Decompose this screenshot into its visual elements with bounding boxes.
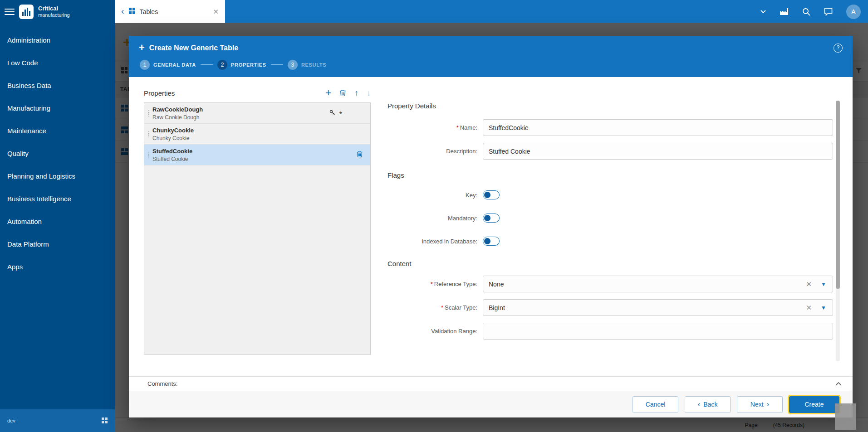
- next-button[interactable]: Next›: [737, 396, 783, 413]
- step-general-data[interactable]: 1 GENERAL DATA: [140, 60, 196, 70]
- search-icon[interactable]: [802, 8, 810, 16]
- reference-type-row: *Reference Type: None ✕ ▼: [387, 276, 833, 292]
- sidebar-item-business-intelligence[interactable]: Business Intelligence: [0, 188, 115, 210]
- topbar: ‹ Tables ✕ A: [115, 0, 868, 23]
- topbar-actions: A: [760, 5, 868, 19]
- tab-back-chevron-icon[interactable]: ‹: [121, 6, 124, 17]
- mandatory-toggle[interactable]: [483, 214, 500, 223]
- chevron-down-icon[interactable]: [760, 10, 766, 14]
- key-toggle-row: Key:: [387, 190, 833, 199]
- property-description: Stuffed Cookie: [152, 156, 366, 162]
- property-list-item[interactable]: ⋮⋮ ChunkyCookie Chunky Cookie: [144, 124, 370, 145]
- chevron-left-icon: ‹: [698, 400, 701, 409]
- required-asterisk: *: [456, 124, 459, 131]
- tab-tables[interactable]: ‹ Tables ✕: [115, 0, 225, 23]
- details-scrollbar: [836, 101, 840, 361]
- properties-list: ⋮⋮ RawCookieDough Raw Cookie Dough * ⋮⋮ …: [144, 102, 371, 355]
- validation-range-row: Validation Range:: [387, 323, 833, 340]
- create-button[interactable]: Create: [789, 396, 839, 413]
- move-up-icon[interactable]: ↑: [354, 88, 358, 98]
- clear-icon[interactable]: ✕: [801, 304, 818, 312]
- collapse-chevron-up-icon[interactable]: [835, 382, 842, 386]
- logo-text-bold: Critical: [38, 5, 70, 12]
- wizard-steps: 1 GENERAL DATA 2 PROPERTIES 3 RESULTS: [139, 60, 843, 70]
- property-details-heading: Property Details: [387, 102, 833, 110]
- sidebar-item-planning-and-logistics[interactable]: Planning and Logistics: [0, 165, 115, 188]
- name-row: *Name:: [387, 119, 833, 136]
- user-avatar[interactable]: A: [846, 5, 861, 19]
- application-window: Critical manufacturing Administration Lo…: [0, 0, 868, 432]
- reference-type-select[interactable]: None ✕ ▼: [483, 276, 833, 292]
- tab-close-icon[interactable]: ✕: [213, 8, 219, 16]
- move-down-icon[interactable]: ↓: [367, 88, 371, 98]
- property-name: StuffedCookie: [152, 148, 366, 155]
- drag-handle-icon[interactable]: ⋮⋮: [146, 132, 151, 136]
- cancel-button[interactable]: Cancel: [633, 396, 678, 413]
- property-list-item[interactable]: ⋮⋮ RawCookieDough Raw Cookie Dough *: [144, 103, 370, 124]
- description-label: Description:: [387, 148, 483, 155]
- logo-text: Critical manufacturing: [38, 5, 70, 18]
- step-connector: [201, 64, 213, 65]
- sidebar-item-low-code[interactable]: Low Code: [0, 52, 115, 74]
- scalar-type-select[interactable]: BigInt ✕ ▼: [483, 299, 833, 316]
- sidebar-item-data-platform[interactable]: Data Platform: [0, 233, 115, 256]
- step-3-circle: 3: [288, 60, 298, 70]
- property-name: ChunkyCookie: [152, 127, 366, 134]
- modal-body: Properties + ↑ ↓ ⋮⋮ RawCookieDough R: [129, 77, 853, 376]
- sidebar-header: Critical manufacturing: [0, 0, 115, 23]
- step-3-label: RESULTS: [301, 62, 326, 68]
- property-details-form: Property Details *Name: Description: Fla…: [387, 102, 833, 346]
- chevron-down-icon[interactable]: ▼: [817, 305, 833, 311]
- content-heading: Content: [387, 260, 833, 267]
- step-1-circle: 1: [140, 60, 150, 70]
- step-2-label: PROPERTIES: [231, 62, 266, 68]
- description-input[interactable]: [483, 143, 833, 160]
- required-asterisk: *: [431, 281, 433, 287]
- delete-row-trash-icon[interactable]: [356, 150, 363, 160]
- indexed-in-database-toggle[interactable]: [483, 237, 500, 246]
- clear-icon[interactable]: ✕: [801, 280, 818, 288]
- description-row: Description:: [387, 143, 833, 160]
- sidebar-item-manufacturing[interactable]: Manufacturing: [0, 97, 115, 120]
- chevron-right-icon: ›: [767, 400, 770, 409]
- property-list-item-selected[interactable]: ⋮⋮ StuffedCookie Stuffed Cookie: [144, 145, 370, 165]
- add-property-icon[interactable]: +: [325, 88, 331, 98]
- sidebar-item-quality[interactable]: Quality: [0, 142, 115, 165]
- sidebar-item-maintenance[interactable]: Maintenance: [0, 120, 115, 142]
- required-asterisk: *: [441, 304, 443, 311]
- sidebar-item-administration[interactable]: Administration: [0, 29, 115, 52]
- drag-handle-icon[interactable]: ⋮⋮: [146, 111, 151, 116]
- comments-label: Comments:: [147, 380, 177, 387]
- back-button[interactable]: ‹Back: [685, 396, 731, 413]
- validation-range-label: Validation Range:: [387, 328, 483, 335]
- validation-range-input[interactable]: [483, 323, 833, 340]
- plus-icon: +: [139, 43, 145, 53]
- properties-panel-title: Properties: [144, 89, 325, 97]
- key-toggle[interactable]: [483, 190, 500, 199]
- environment-label: dev: [7, 418, 15, 423]
- properties-toolbar: + ↑ ↓: [325, 88, 371, 98]
- sidebar-item-apps[interactable]: Apps: [0, 256, 115, 278]
- chat-icon[interactable]: [824, 8, 833, 16]
- create-generic-table-modal: + Create New Generic Table ? 1 GENERAL D…: [129, 36, 853, 417]
- modal-footer: Cancel ‹Back Next› Create: [129, 391, 853, 417]
- step-1-label: GENERAL DATA: [153, 62, 196, 68]
- sidebar-item-automation[interactable]: Automation: [0, 210, 115, 233]
- delete-property-icon[interactable]: [339, 89, 346, 97]
- sidebar-item-business-data[interactable]: Business Data: [0, 74, 115, 97]
- factory-icon[interactable]: [780, 8, 789, 15]
- mandatory-asterisk-icon: *: [339, 110, 342, 117]
- hamburger-menu-icon[interactable]: [5, 7, 15, 17]
- logo-text-light: manufacturing: [38, 12, 70, 18]
- step-results[interactable]: 3 RESULTS: [288, 60, 326, 70]
- connection-status-icon: [102, 417, 108, 424]
- comments-bar: Comments:: [129, 376, 853, 391]
- drag-handle-icon[interactable]: ⋮⋮: [146, 153, 151, 157]
- name-input[interactable]: [483, 119, 833, 136]
- chevron-down-icon[interactable]: ▼: [817, 281, 833, 287]
- step-properties[interactable]: 2 PROPERTIES: [217, 60, 266, 70]
- help-icon[interactable]: ?: [834, 44, 843, 53]
- mandatory-toggle-row: Mandatory:: [387, 214, 833, 223]
- scrollbar-thumb[interactable]: [836, 101, 840, 289]
- sidebar-nav: Administration Low Code Business Data Ma…: [0, 23, 115, 278]
